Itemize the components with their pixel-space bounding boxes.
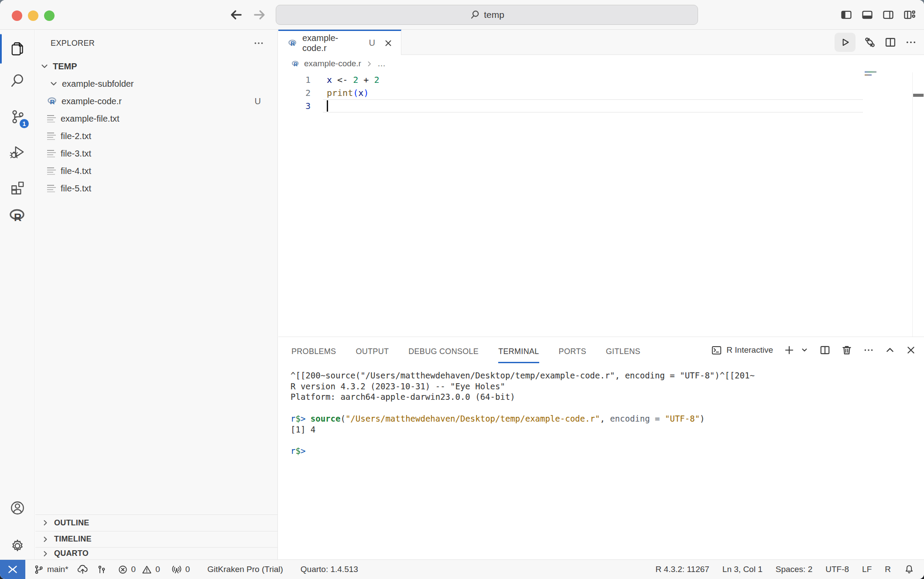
branch-name: main*	[47, 565, 68, 574]
tab-problems[interactable]: PROBLEMS	[291, 340, 336, 363]
close-window-button[interactable]	[12, 10, 22, 21]
file-label: file-2.txt	[61, 131, 91, 141]
file-label: file-4.txt	[61, 166, 91, 176]
terminal-line: Platform: aarch64-apple-darwin23.0.0 (64…	[291, 392, 915, 402]
zoom-window-button[interactable]	[44, 10, 55, 21]
terminal-dropdown-chevron-icon[interactable]	[800, 346, 809, 354]
file-label: file-5.txt	[61, 184, 91, 194]
tab-output[interactable]: OUTPUT	[356, 340, 389, 363]
overview-ruler-marker	[913, 94, 924, 97]
breadcrumb-file[interactable]: example-code.r	[304, 59, 361, 68]
tree-item-file-3[interactable]: file-3.txt	[35, 145, 277, 162]
tree-item-file-5[interactable]: file-5.txt	[35, 180, 277, 197]
tree-item-subfolder[interactable]: example-subfolder	[35, 75, 277, 92]
explorer-view-icon[interactable]	[7, 38, 28, 59]
txt-file-icon	[47, 131, 57, 141]
panel-more-actions-icon[interactable]	[863, 344, 874, 356]
scrollbar-track[interactable]	[912, 72, 913, 337]
account-icon[interactable]	[7, 497, 28, 518]
publish-changes-icon[interactable]	[77, 564, 88, 575]
tab-example-code[interactable]: R example-code.r U	[278, 30, 401, 55]
broadcast-icon	[171, 564, 182, 575]
tab-terminal[interactable]: TERMINAL	[498, 340, 539, 363]
tab-close-icon[interactable]	[383, 38, 393, 48]
split-terminal-icon[interactable]	[819, 344, 831, 356]
open-changes-icon[interactable]	[864, 36, 876, 48]
chevron-down-icon	[49, 79, 58, 89]
code-editor[interactable]: 1 x <- 2 + 2 2 print(x) 3	[278, 72, 924, 337]
code-text: x <- 2 + 2	[327, 73, 379, 86]
new-terminal-icon[interactable]	[784, 344, 795, 356]
breadcrumb-symbol[interactable]: …	[377, 59, 386, 68]
line-number-active: 3	[278, 99, 327, 112]
tree-root-temp[interactable]: TEMP	[35, 58, 277, 75]
chevron-right-icon	[41, 535, 50, 544]
tree-item-file-4[interactable]: file-4.txt	[35, 162, 277, 180]
toggle-panel-icon[interactable]	[861, 9, 873, 21]
settings-gear-icon[interactable]	[7, 535, 28, 556]
section-quarto[interactable]: QUARTO	[35, 547, 277, 559]
gitkraken-status[interactable]: GitKraken Pro (Trial)	[207, 565, 283, 574]
section-timeline[interactable]: TIMELINE	[35, 531, 277, 548]
tree-item-example-code[interactable]: R example-code.r U	[35, 92, 277, 110]
toggle-secondary-sidebar-icon[interactable]	[882, 9, 894, 21]
customize-layout-icon[interactable]	[903, 9, 915, 21]
explorer-more-actions-icon[interactable]	[253, 37, 264, 49]
line-number: 2	[278, 86, 327, 99]
indentation-status[interactable]: Spaces: 2	[776, 565, 813, 574]
breadcrumb[interactable]: R example-code.r …	[278, 55, 924, 72]
toggle-primary-sidebar-icon[interactable]	[840, 9, 852, 21]
terminal-profile[interactable]: R Interactive	[711, 345, 773, 356]
back-button[interactable]	[229, 8, 243, 22]
editor-area: R example-code.r U	[278, 30, 924, 559]
r-view-icon[interactable]: R	[7, 205, 28, 226]
svg-text:R: R	[14, 211, 21, 223]
chevron-right-icon	[41, 518, 50, 527]
cursor-position-status[interactable]: Ln 3, Col 1	[722, 565, 763, 574]
terminal-line: ^[[200~source("/Users/matthewdehaven/Des…	[291, 370, 915, 381]
language-mode-status[interactable]: R	[885, 565, 891, 574]
editor-more-actions-icon[interactable]	[905, 36, 917, 48]
source-control-view-icon[interactable]: 1	[7, 106, 28, 127]
tab-ports[interactable]: PORTS	[559, 340, 586, 363]
terminal-line	[291, 402, 915, 413]
branch-status[interactable]: main*	[34, 565, 68, 574]
search-value: temp	[484, 10, 504, 20]
search-icon	[469, 10, 480, 20]
ports-status[interactable]: 0	[171, 564, 190, 575]
search-view-icon[interactable]	[7, 70, 28, 91]
command-center-search[interactable]: temp	[276, 5, 698, 25]
txt-file-icon	[47, 184, 57, 193]
run-source-button[interactable]	[835, 33, 856, 52]
split-editor-icon[interactable]	[884, 36, 897, 48]
error-count: 0	[131, 565, 136, 574]
title-bar: temp	[0, 0, 924, 30]
close-panel-icon[interactable]	[906, 345, 916, 355]
remote-indicator[interactable]	[0, 560, 25, 579]
kill-terminal-trash-icon[interactable]	[841, 344, 852, 356]
run-debug-view-icon[interactable]	[7, 142, 28, 163]
tree-item-example-file[interactable]: example-file.txt	[35, 110, 277, 127]
maximize-panel-chevron-icon[interactable]	[885, 345, 895, 355]
extensions-view-icon[interactable]	[7, 177, 28, 198]
tree-item-file-2[interactable]: file-2.txt	[35, 127, 277, 145]
eol-status[interactable]: LF	[862, 565, 872, 574]
forward-button[interactable]	[252, 8, 266, 22]
warning-count: 0	[155, 565, 160, 574]
notifications-bell-icon[interactable]	[904, 564, 914, 575]
minimize-window-button[interactable]	[28, 10, 38, 21]
r-version-status[interactable]: R 4.3.2: 11267	[656, 565, 709, 574]
terminal-output[interactable]: ^[[200~source("/Users/matthewdehaven/Des…	[291, 370, 915, 559]
git-untracked-badge: U	[255, 96, 261, 106]
quarto-status[interactable]: Quarto: 1.4.513	[301, 565, 358, 574]
chevron-right-icon	[41, 549, 50, 558]
tab-debug-console[interactable]: DEBUG CONSOLE	[408, 340, 479, 363]
tab-gitlens[interactable]: GITLENS	[606, 340, 640, 363]
commit-graph-icon[interactable]	[97, 565, 106, 574]
scm-badge: 1	[19, 118, 30, 129]
section-label: TIMELINE	[54, 535, 92, 544]
problems-status[interactable]: 0 0	[118, 565, 160, 575]
error-icon	[118, 565, 128, 575]
encoding-status[interactable]: UTF-8	[825, 565, 849, 574]
section-outline[interactable]: OUTLINE	[35, 514, 277, 531]
